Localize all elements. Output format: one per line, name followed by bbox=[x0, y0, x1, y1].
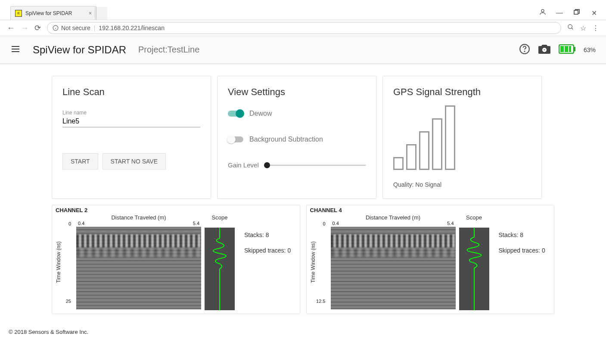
new-tab-hint[interactable] bbox=[94, 7, 107, 20]
gps-card: GPS Signal Strength Quality: No Signal bbox=[382, 76, 542, 199]
channel-2-stacks: Stacks: 8 bbox=[244, 227, 291, 243]
gps-bar-2 bbox=[406, 144, 416, 170]
channel-4-title: CHANNEL 4 bbox=[310, 207, 551, 213]
start-button[interactable]: START bbox=[62, 153, 98, 170]
not-secure-label: Not secure bbox=[61, 25, 90, 31]
background-subtraction-toggle[interactable] bbox=[228, 136, 243, 142]
app-title: SpiView for SPIDAR bbox=[33, 44, 126, 56]
channel-4-scope-label: Scope bbox=[459, 214, 489, 221]
gain-level-slider[interactable] bbox=[264, 165, 366, 166]
gain-level-label: Gain Level bbox=[228, 161, 259, 169]
channel-4-xmax: 5.4 bbox=[447, 221, 454, 226]
svg-point-0 bbox=[541, 9, 544, 12]
svg-rect-16 bbox=[560, 46, 564, 52]
bg-sub-label: Background Subtraction bbox=[249, 136, 323, 143]
channel-2-title: CHANNEL 2 bbox=[56, 207, 296, 213]
gps-bar-4 bbox=[432, 118, 442, 170]
close-window-icon[interactable]: ✕ bbox=[590, 9, 597, 17]
channel-2-xmin: 0.4 bbox=[78, 221, 84, 226]
channel-2-ylabel: Time Window (ns) bbox=[56, 240, 62, 284]
channel-4-skipped: Skipped traces: 0 bbox=[499, 243, 545, 258]
svg-text:+: + bbox=[543, 48, 545, 52]
battery-icon bbox=[559, 44, 576, 56]
close-tab-icon[interactable]: × bbox=[89, 10, 92, 16]
maximize-window-icon[interactable] bbox=[573, 9, 580, 17]
project-label: Project:TestLine bbox=[138, 45, 199, 55]
channel-4-ylabel: Time Window (ns) bbox=[310, 240, 316, 284]
line-name-input[interactable] bbox=[62, 116, 200, 127]
gps-bar-3 bbox=[419, 131, 429, 170]
menu-hamburger-icon[interactable] bbox=[10, 44, 21, 56]
browser-tab-strip: ≡ SpiView for SPIDAR × — ✕ bbox=[0, 0, 606, 20]
security-status[interactable]: Not secure bbox=[53, 25, 90, 31]
channel-4-scope bbox=[459, 228, 489, 310]
reload-button[interactable]: ⟳ bbox=[34, 23, 41, 33]
address-bar: ← → ⟳ Not secure | 192.168.20.221/linesc… bbox=[0, 20, 606, 36]
tab-title: SpiView for SPIDAR bbox=[25, 10, 72, 16]
channels-row: CHANNEL 2 Time Window (ns) 0 25 Distance… bbox=[52, 205, 554, 314]
dewow-toggle[interactable] bbox=[228, 111, 243, 117]
start-no-save-button[interactable]: START NO SAVE bbox=[103, 153, 166, 170]
svg-rect-1 bbox=[574, 10, 578, 14]
gps-bars-chart bbox=[393, 110, 531, 174]
channel-2-xmax: 5.4 bbox=[193, 221, 199, 226]
battery-percent: 63% bbox=[584, 46, 596, 53]
dewow-label: Dewow bbox=[249, 110, 272, 117]
channel-2-radargram bbox=[76, 227, 201, 309]
gps-title: GPS Signal Strength bbox=[393, 86, 531, 98]
channel-4-ymin: 0 bbox=[323, 221, 325, 226]
main-content: Line Scan Line name START START NO SAVE … bbox=[0, 64, 606, 323]
channel-2-scope bbox=[205, 228, 235, 310]
info-icon bbox=[53, 25, 59, 31]
channel-2-ymax: 25 bbox=[66, 299, 71, 304]
channel-4-stacks: Stacks: 8 bbox=[499, 227, 545, 243]
footer-copyright: © 2018 Sensors & Software Inc. bbox=[0, 323, 606, 341]
help-icon[interactable] bbox=[519, 43, 530, 56]
bookmark-icon[interactable]: ☆ bbox=[580, 24, 586, 32]
minimize-window-icon[interactable]: — bbox=[556, 9, 563, 17]
line-scan-title: Line Scan bbox=[62, 86, 200, 98]
view-settings-title: View Settings bbox=[228, 86, 366, 98]
window-controls: — ✕ bbox=[539, 6, 606, 20]
gps-bar-1 bbox=[393, 157, 404, 170]
address-input[interactable]: Not secure | 192.168.20.221/linescan bbox=[47, 22, 561, 34]
channel-2-ymin: 0 bbox=[68, 221, 71, 226]
gps-bar-5 bbox=[445, 105, 455, 170]
favicon-icon: ≡ bbox=[15, 10, 22, 17]
line-scan-card: Line Scan Line name START START NO SAVE bbox=[52, 76, 211, 199]
line-name-label: Line name bbox=[62, 110, 200, 116]
camera-capture-icon[interactable]: + bbox=[538, 43, 551, 56]
channel-card-4: CHANNEL 4 Time Window (ns) 0 12.5 Distan… bbox=[306, 205, 555, 314]
menu-icon[interactable]: ⋮ bbox=[592, 24, 599, 32]
svg-rect-17 bbox=[565, 46, 568, 52]
back-button[interactable]: ← bbox=[7, 24, 15, 33]
forward-button[interactable]: → bbox=[21, 24, 28, 33]
svg-rect-18 bbox=[569, 46, 571, 52]
channel-2-xlabel: Distance Traveled (m) bbox=[76, 214, 201, 221]
svg-point-5 bbox=[568, 25, 572, 28]
svg-line-6 bbox=[572, 28, 573, 29]
svg-point-11 bbox=[524, 51, 525, 51]
channel-4-xlabel: Distance Traveled (m) bbox=[331, 214, 456, 221]
browser-tab[interactable]: ≡ SpiView for SPIDAR × bbox=[10, 6, 96, 20]
channel-2-scope-label: Scope bbox=[205, 214, 235, 221]
app-header: SpiView for SPIDAR Project:TestLine + 63… bbox=[0, 36, 606, 64]
view-settings-card: View Settings Dewow Background Subtracti… bbox=[217, 76, 376, 199]
svg-rect-15 bbox=[574, 47, 575, 51]
url-text: 192.168.20.221/linescan bbox=[99, 25, 165, 31]
account-icon[interactable] bbox=[539, 8, 546, 18]
channel-2-skipped: Skipped traces: 0 bbox=[244, 243, 291, 258]
gps-quality-label: Quality: No Signal bbox=[393, 181, 531, 188]
gain-slider-thumb[interactable] bbox=[264, 162, 270, 168]
zoom-icon[interactable] bbox=[567, 24, 574, 32]
channel-4-radargram bbox=[331, 227, 456, 309]
channel-4-ymax: 12.5 bbox=[316, 299, 325, 304]
channel-4-xmin: 0.4 bbox=[333, 221, 339, 226]
channel-card-2: CHANNEL 2 Time Window (ns) 0 25 Distance… bbox=[52, 205, 300, 314]
